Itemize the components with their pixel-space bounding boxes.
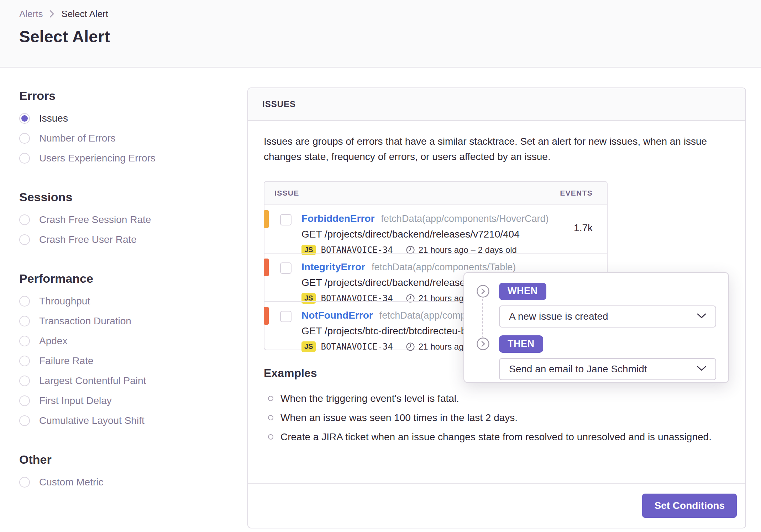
list-item: When an issue was seen 100 times in the … [264, 408, 731, 427]
group-other: Other Custom Metric [19, 453, 233, 492]
severity-bar [264, 307, 269, 325]
group-title-other: Other [19, 453, 233, 467]
radio-option-issues[interactable]: Issues [19, 108, 233, 128]
page-header: Alerts Select Alert Select Alert [0, 0, 761, 68]
group-sessions: Sessions Crash Free Session Rate Crash F… [19, 190, 233, 250]
radio-option-transaction-duration[interactable]: Transaction Duration [19, 311, 233, 331]
radio-icon [19, 296, 30, 307]
issue-culprit: fetchData(app/components/Table) [372, 262, 516, 273]
issue-checkbox[interactable] [280, 214, 292, 225]
circle-chevron-icon [476, 337, 490, 351]
radio-icon [19, 153, 30, 164]
group-errors: Errors Issues Number of Errors Users Exp… [19, 89, 233, 168]
clock-icon [406, 342, 415, 351]
alert-type-sidebar: Errors Issues Number of Errors Users Exp… [19, 87, 233, 528]
panel-footer: Set Conditions [248, 483, 745, 528]
radio-icon [19, 214, 30, 225]
list-item: Create a JIRA ticket when an issue chang… [264, 427, 731, 447]
chevron-down-icon [696, 312, 707, 321]
issues-panel: ISSUES Issues are groups of errors that … [247, 87, 746, 528]
issue-title-link[interactable]: IntegrityError [301, 261, 365, 273]
table-row: ForbiddenError fetchData(app/components/… [264, 204, 607, 253]
issue-events-count: 1.7k [574, 222, 593, 234]
chevron-down-icon [696, 365, 707, 373]
issue-checkbox[interactable] [280, 262, 292, 274]
breadcrumb-alerts-link[interactable]: Alerts [19, 9, 43, 20]
group-title-performance: Performance [19, 272, 233, 286]
issue-culprit: fetchData(app/components/HoverCard) [381, 213, 549, 224]
group-performance: Performance Throughput Transaction Durat… [19, 272, 233, 431]
radio-option-cumulative-layout-shift[interactable]: Cumulative Layout Shift [19, 411, 233, 431]
issue-title-link[interactable]: NotFoundError [301, 310, 373, 321]
radio-option-throughput[interactable]: Throughput [19, 291, 233, 311]
breadcrumb: Alerts Select Alert [19, 6, 761, 21]
page-title: Select Alert [19, 27, 761, 46]
column-header-events: EVENTS [560, 189, 593, 197]
group-title-sessions: Sessions [19, 190, 233, 204]
circle-chevron-icon [476, 284, 490, 298]
issue-title-link[interactable]: ForbiddenError [301, 213, 374, 224]
when-condition-select[interactable]: A new issue is created [499, 305, 716, 328]
radio-icon [19, 234, 30, 245]
dashed-connector [482, 299, 483, 338]
radio-icon [19, 395, 30, 406]
then-action-select[interactable]: Send an email to Jane Schmidt [499, 358, 716, 380]
platform-js-badge: JS [301, 341, 316, 352]
radio-option-failure-rate[interactable]: Failure Rate [19, 351, 233, 371]
panel-header: ISSUES [248, 88, 745, 121]
group-title-errors: Errors [19, 89, 233, 103]
chevron-right-icon [49, 9, 55, 18]
severity-bar [264, 210, 269, 228]
when-badge: WHEN [499, 283, 546, 300]
examples-list: When the triggering event's level is fat… [264, 389, 731, 447]
column-header-issue: ISSUE [274, 189, 299, 197]
table-header-row: ISSUE EVENTS [264, 182, 607, 204]
radio-selected-icon [19, 113, 30, 124]
radio-icon [19, 376, 30, 386]
then-badge: THEN [499, 335, 543, 353]
radio-option-largest-contentful-paint[interactable]: Largest Contentful Paint [19, 371, 233, 391]
alert-rule-popup: WHEN A new issue is created THEN Send an… [463, 272, 729, 383]
radio-icon [19, 477, 30, 488]
radio-option-crash-free-session-rate[interactable]: Crash Free Session Rate [19, 210, 233, 230]
radio-icon [19, 336, 30, 346]
radio-icon [19, 415, 30, 426]
issue-checkbox[interactable] [280, 311, 292, 322]
content-area: Errors Issues Number of Errors Users Exp… [0, 68, 761, 528]
breadcrumb-current: Select Alert [61, 9, 108, 20]
radio-option-crash-free-user-rate[interactable]: Crash Free User Rate [19, 230, 233, 250]
severity-bar [264, 259, 269, 276]
radio-option-apdex[interactable]: Apdex [19, 331, 233, 351]
panel-description: Issues are groups of errors that have a … [264, 134, 731, 165]
radio-icon [19, 316, 30, 326]
set-conditions-button[interactable]: Set Conditions [642, 494, 737, 518]
radio-option-users-experiencing-errors[interactable]: Users Experiencing Errors [19, 148, 233, 168]
radio-option-first-input-delay[interactable]: First Input Delay [19, 391, 233, 411]
list-item: When the triggering event's level is fat… [264, 389, 731, 408]
radio-option-number-of-errors[interactable]: Number of Errors [19, 128, 233, 148]
issue-short-id: BOTANAVOICE-34 [321, 342, 393, 352]
issue-transaction: GET /projects/direct/backend/releases/v7… [301, 229, 593, 240]
radio-icon [19, 133, 30, 144]
radio-icon [19, 356, 30, 366]
radio-option-custom-metric[interactable]: Custom Metric [19, 472, 233, 492]
